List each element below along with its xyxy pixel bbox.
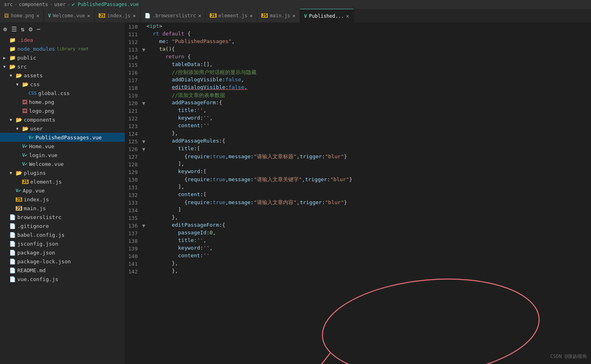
sidebar-item-css[interactable]: ▼ 📂 css [0,80,125,89]
sidebar-item-logo-png[interactable]: 🖼 logo.png [0,106,125,115]
sidebar-item-user[interactable]: ▼ 📂 user [0,124,125,133]
fold-gutter[interactable] [141,214,147,222]
chevron-icon: ▼ [10,118,14,122]
fold-gutter[interactable] [141,130,147,138]
sidebar-item-global-css[interactable]: CSS global.css [0,89,125,97]
fold-gutter[interactable] [141,168,147,176]
fold-gutter[interactable] [141,77,147,84]
sidebar-item-label: index.js [24,196,49,203]
tab-published-passages[interactable]: V Published... × [300,9,353,23]
code-line-135: 135 }, [125,214,591,222]
library-root-label: library root [57,46,89,52]
fold-gutter[interactable] [141,84,147,92]
tab-home-png[interactable]: 🖼 home.png × [0,9,44,23]
fold-gutter[interactable] [141,176,147,184]
png-icon: 🖼 [4,13,9,19]
sidebar-item-jsconfig[interactable]: 📄 jsconfig.json [0,239,125,248]
file-icon: 📄 [145,13,151,19]
fold-gutter[interactable]: ▼ [141,138,147,145]
sidebar-item-login-vue[interactable]: V✔ login.vue [0,151,125,159]
fold-gutter[interactable] [141,54,147,61]
sidebar-item-label: browserslistrc [17,214,62,220]
fold-gutter[interactable] [141,245,147,252]
bc-src[interactable]: src [4,2,13,7]
tab-welcome-vue[interactable]: V Welcome.vue × [44,9,95,23]
sidebar-item-idea[interactable]: 📁 .idea [0,35,125,44]
sidebar-item-app-vue[interactable]: V✔ App.vue [0,186,125,195]
fold-gutter[interactable] [141,191,147,199]
gear-icon[interactable]: ⚙ [28,25,33,34]
sidebar-item-readme[interactable]: 📄 README.md [0,266,125,275]
fold-gutter[interactable] [141,61,147,69]
fold-gutter[interactable] [141,268,147,275]
sidebar-item-welcome-vue[interactable]: V✔ Welcome.vue [0,159,125,168]
sidebar-item-home-png[interactable]: 🖼 home.png [0,97,125,106]
close-icon[interactable]: × [292,13,296,19]
globe-icon[interactable]: ⊕ [2,25,8,34]
sidebar-item-main-js[interactable]: JS main.js [0,204,125,213]
fold-gutter[interactable] [141,237,147,245]
fold-gutter[interactable] [141,207,147,214]
fold-gutter[interactable] [141,161,147,168]
fold-gutter[interactable] [141,115,147,122]
tab-browserslistrc[interactable]: 📄 .browserslistrc × [141,9,206,23]
sidebar-item-babel-config[interactable]: 📄 babel.config.js [0,230,125,239]
sidebar-item-element-js[interactable]: JS element.js [0,177,125,186]
fold-gutter[interactable] [141,230,147,237]
fold-gutter[interactable]: ▼ [141,145,147,153]
close-icon[interactable]: × [132,13,136,19]
code-line-126: 126 ▼ title:[ [125,145,591,153]
fold-gutter[interactable] [141,199,147,207]
sidebar-item-home-vue[interactable]: V✔ Home.vue [0,142,125,151]
code-content: <ipt> [147,23,162,31]
fold-gutter[interactable] [141,260,147,268]
tab-index-js[interactable]: JS index.js × [95,9,140,23]
close-icon[interactable]: × [87,13,90,19]
fold-gutter[interactable] [141,252,147,260]
code-line-114: 114 return { [125,54,591,61]
fold-gutter[interactable]: ▼ [141,222,147,230]
tab-label: element.js [219,13,248,19]
bc-components[interactable]: components [19,2,48,7]
tab-main-js[interactable]: JS main.js × [257,9,300,23]
fold-gutter[interactable] [141,122,147,130]
fold-gutter[interactable]: ▼ [141,46,147,54]
sidebar-item-package-json[interactable]: 📄 package.json [0,248,125,257]
sidebar-item-vue-config[interactable]: 📄 vue.config.js [0,275,125,283]
sidebar-item-published-passages[interactable]: V✔ PublishedPassages.vue [0,133,125,142]
sidebar-item-package-lock[interactable]: 📄 package-lock.json [0,257,125,266]
fold-gutter[interactable] [141,92,147,99]
sidebar-item-assets[interactable]: ▼ 📂 assets [0,71,125,80]
sidebar-item-components[interactable]: ▼ 📂 components [0,115,125,124]
fold-gutter[interactable] [141,153,147,161]
bc-user[interactable]: user [54,2,66,7]
fold-gutter[interactable] [141,38,147,46]
tab-element-js[interactable]: JS element.js × [206,9,257,23]
close-icon[interactable]: × [346,13,349,19]
fold-gutter[interactable] [141,69,147,77]
sidebar-item-plugins[interactable]: ▼ 📂 plugins [0,168,125,177]
fold-gutter[interactable]: ▼ [141,99,147,107]
fold-gutter[interactable] [141,31,147,38]
sidebar-item-src[interactable]: ▼ 📂 src [0,62,125,71]
sidebar-item-gitignore[interactable]: 📄 .gitignore [0,221,125,230]
sidebar-item-browserslistrc[interactable]: 📄 browserslistrc [0,213,125,221]
sidebar-item-index-js[interactable]: JS index.js [0,195,125,204]
line-number: 111 [125,31,141,38]
minus-icon[interactable]: − [36,25,41,34]
close-icon[interactable]: × [198,13,201,19]
sidebar-item-public[interactable]: ▶ 📁 public [0,53,125,62]
sort-icon[interactable]: ⇅ [20,25,26,34]
tabs-bar: 🖼 home.png × V Welcome.vue × JS index.js… [0,9,591,23]
fold-gutter[interactable] [141,184,147,191]
close-icon[interactable]: × [36,13,39,19]
close-icon[interactable]: × [250,13,253,19]
fold-gutter[interactable] [141,23,147,31]
list-icon[interactable]: ☰ [10,25,18,34]
code-content: editDialogVisible:false, [147,84,247,92]
sidebar-item-node-modules[interactable]: 📁 node_modules library root [0,44,125,53]
code-content: ta(){ [147,46,175,54]
editor-wrapper[interactable]: 110 <ipt> 111 rt default { 112 me: "Publ… [125,23,591,364]
fold-gutter[interactable] [141,107,147,115]
code-view: 110 <ipt> 111 rt default { 112 me: "Publ… [125,23,591,275]
